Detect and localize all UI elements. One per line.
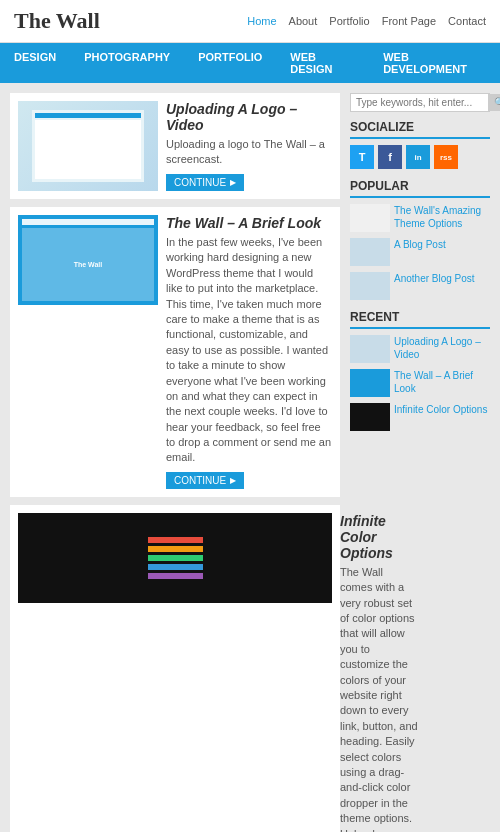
post-thumbnail: The Wall: [18, 215, 158, 305]
sidebar-recent-item: Infinite Color Options: [350, 403, 490, 431]
facebook-icon[interactable]: f: [378, 145, 402, 169]
nav-home[interactable]: Home: [247, 15, 276, 27]
search-box: 🔍: [350, 93, 490, 112]
sidebar-item-title[interactable]: The Wall's Amazing Theme Options: [394, 204, 490, 230]
main-navigation: DESIGN PHOTOGRAPHY PORTFOLIO WEB DESIGN …: [0, 43, 500, 83]
sidebar-recent-item: The Wall – A Brief Look: [350, 369, 490, 397]
sidebar-recent-title: RECENT: [350, 310, 490, 329]
nav-frontpage[interactable]: Front Page: [382, 15, 436, 27]
sidebar-recent: RECENT Uploading A Logo – Video The Wall…: [350, 310, 490, 431]
sidebar-socialize-title: SOCIALIZE: [350, 120, 490, 139]
post-excerpt: In the past few weeks, I've been working…: [166, 235, 332, 466]
main-nav-portfolio[interactable]: PORTFOLIO: [184, 43, 276, 83]
content-area: Uploading A Logo – Video Uploading a log…: [0, 83, 500, 832]
main-nav-webdev[interactable]: WEB DEVELOPMENT: [369, 43, 500, 83]
main-nav-photography[interactable]: PHOTOGRAPHY: [70, 43, 184, 83]
post-excerpt: Uploading a logo to The Wall – a screenc…: [166, 137, 332, 168]
post-title: Uploading A Logo – Video: [166, 101, 332, 133]
main-nav-webdesign[interactable]: WEB DESIGN: [276, 43, 369, 83]
sidebar-item-title[interactable]: The Wall – A Brief Look: [394, 369, 490, 395]
post-thumbnail: [18, 513, 332, 603]
sidebar-item-title[interactable]: A Blog Post: [394, 238, 446, 251]
sidebar-thumb: [350, 272, 390, 300]
site-title: The Wall: [14, 8, 100, 34]
search-input[interactable]: [351, 94, 488, 111]
sidebar-recent-item: Uploading A Logo – Video: [350, 335, 490, 363]
digg-icon[interactable]: in: [406, 145, 430, 169]
sidebar-popular-item: The Wall's Amazing Theme Options: [350, 204, 490, 232]
sidebar-popular-item: A Blog Post: [350, 238, 490, 266]
nav-portfolio[interactable]: Portfolio: [329, 15, 369, 27]
post-content: The Wall – A Brief Look In the past few …: [166, 215, 332, 489]
rss-icon[interactable]: rss: [434, 145, 458, 169]
sidebar-thumb: [350, 403, 390, 431]
post-content: Uploading A Logo – Video Uploading a log…: [166, 101, 332, 191]
sidebar-popular: POPULAR The Wall's Amazing Theme Options…: [350, 179, 490, 300]
post-thumbnail: [18, 101, 158, 191]
sidebar-popular-title: POPULAR: [350, 179, 490, 198]
sidebar-thumb: [350, 204, 390, 232]
continue-button[interactable]: CONTINUE: [166, 174, 244, 191]
sidebar-item-title[interactable]: Infinite Color Options: [394, 403, 487, 416]
sidebar-item-title[interactable]: Uploading A Logo – Video: [394, 335, 490, 361]
post-title: The Wall – A Brief Look: [166, 215, 332, 231]
sidebar-socialize: SOCIALIZE T f in rss: [350, 120, 490, 169]
post-item: Uploading A Logo – Video Uploading a log…: [10, 93, 340, 199]
sidebar-item-title[interactable]: Another Blog Post: [394, 272, 475, 285]
search-button[interactable]: 🔍: [488, 94, 500, 111]
social-icons: T f in rss: [350, 145, 490, 169]
twitter-icon[interactable]: T: [350, 145, 374, 169]
sidebar: 🔍 SOCIALIZE T f in rss POPULAR The Wall'…: [350, 93, 490, 832]
sidebar-thumb: [350, 238, 390, 266]
continue-button[interactable]: CONTINUE: [166, 472, 244, 489]
site-header: The Wall Home About Portfolio Front Page…: [0, 0, 500, 43]
nav-about[interactable]: About: [289, 15, 318, 27]
main-nav-design[interactable]: DESIGN: [0, 43, 70, 83]
nav-contact[interactable]: Contact: [448, 15, 486, 27]
main-column: Uploading A Logo – Video Uploading a log…: [10, 93, 340, 832]
top-navigation: Home About Portfolio Front Page Contact: [247, 15, 486, 27]
post-item: The Wall The Wall – A Brief Look In the …: [10, 207, 340, 497]
post-item: Infinite Color Options The Wall comes wi…: [10, 505, 340, 832]
sidebar-thumb: [350, 369, 390, 397]
sidebar-thumb: [350, 335, 390, 363]
sidebar-popular-item: Another Blog Post: [350, 272, 490, 300]
